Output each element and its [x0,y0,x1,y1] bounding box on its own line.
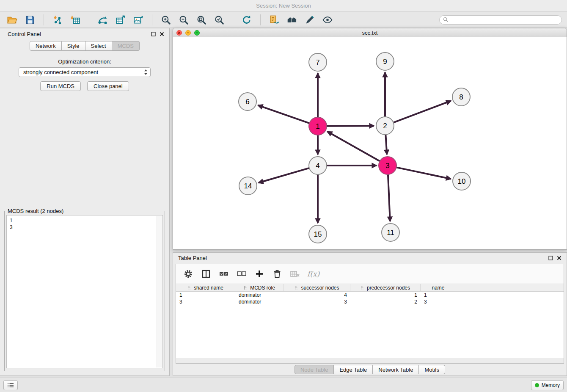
float-panel-icon[interactable] [151,32,156,36]
annotation-button[interactable] [303,14,317,26]
graph-edge[interactable] [388,174,390,221]
zoom-out-button[interactable] [176,14,191,26]
svg-text:2: 2 [383,122,387,130]
graph-node[interactable]: 6 [239,93,256,110]
graph-node[interactable]: 8 [452,88,470,106]
delete-rows-button[interactable] [272,268,283,279]
close-window-button[interactable] [176,30,182,36]
graph-edge[interactable] [259,168,310,183]
column-header-predecessor-nodes[interactable]: predecessor nodes [350,284,421,291]
mcds-result-list[interactable]: 1 3 [6,215,163,368]
main-toolbar [0,12,567,28]
show-columns-button[interactable] [201,268,212,279]
graph-node[interactable]: 10 [453,172,471,190]
graph-edge[interactable] [326,126,374,126]
show-hide-graphics-button[interactable] [320,14,335,26]
table-cell[interactable]: 2 [350,299,421,305]
search-field[interactable] [439,15,562,25]
deselect-all-rows-button[interactable] [236,268,247,279]
zoom-in-button[interactable] [159,14,173,26]
graph-edge[interactable] [396,167,451,179]
graph-edge[interactable] [328,132,380,161]
table-cell[interactable]: dominator [235,299,284,305]
table-cell[interactable]: 1 [176,292,235,298]
column-header-shared-name[interactable]: shared name [176,284,235,291]
close-panel-icon[interactable] [557,256,561,260]
column-header-name[interactable]: name [421,284,456,291]
minimize-window-button[interactable] [185,30,191,36]
zoom-selected-button[interactable] [212,14,226,26]
table-cell[interactable]: 3 [421,299,456,305]
export-image-button[interactable] [131,14,146,26]
home-button[interactable] [285,14,299,26]
graph-node[interactable]: 2 [376,117,394,135]
open-session-button[interactable] [5,14,19,26]
tab-motifs[interactable]: Motifs [419,365,445,374]
table-toolbar: f(x) [176,264,564,284]
table-panel: Table Panel [173,252,567,376]
graph-node[interactable]: 15 [309,225,327,243]
apply-layout-button[interactable] [239,14,254,26]
graph-node[interactable]: 9 [376,52,394,70]
save-session-button[interactable] [23,14,37,26]
table-cell[interactable]: 4 [284,292,350,298]
zoom-fit-button[interactable] [194,14,209,26]
create-network-from-selection-button[interactable] [267,14,281,26]
graph-edge[interactable] [258,105,310,124]
table-settings-button[interactable] [183,268,194,279]
criterion-dropdown[interactable]: strongly connected component [19,67,151,77]
export-network-button[interactable] [96,14,110,26]
tab-style[interactable]: Style [62,41,85,51]
close-panel-icon[interactable] [160,32,164,36]
tab-network-table[interactable]: Network Table [373,365,419,374]
tab-select[interactable]: Select [85,41,112,51]
table-cell[interactable]: 3 [284,299,350,305]
network-view-window: scc.txt 7968124314101511 [173,28,567,250]
tab-node-table[interactable]: Node Table [295,365,334,374]
export-table-button[interactable] [113,14,128,26]
toggle-panels-button[interactable] [3,380,18,390]
close-panel-button[interactable]: Close panel [87,81,129,91]
graph-node[interactable]: 4 [309,157,327,174]
table-cell[interactable]: dominator [235,292,284,298]
svg-text:10: 10 [458,177,466,185]
refresh-icon [241,14,252,25]
column-header-mcds-role[interactable]: MCDS role [235,284,284,291]
table-panel-tabs: Node Table Edge Table Network Table Moti… [173,365,567,374]
graph-node[interactable]: 11 [382,224,399,241]
graph-edge[interactable] [393,101,451,123]
export-table-icon [115,14,126,25]
table-cell[interactable]: 3 [176,299,235,305]
graph-node[interactable]: 3 [379,157,396,174]
import-network-button[interactable] [50,14,65,26]
tab-network[interactable]: Network [30,41,62,51]
columns-icon [201,269,211,279]
plus-icon [195,31,198,34]
graph-node[interactable]: 14 [239,177,257,195]
delete-columns-button[interactable] [289,268,300,279]
graph-node[interactable]: 1 [309,117,327,135]
search-input[interactable] [451,17,558,23]
function-builder-button[interactable]: f(x) [307,270,319,278]
run-mcds-button[interactable]: Run MCDS [40,81,81,91]
select-all-rows-button[interactable] [218,268,229,279]
svg-text:15: 15 [314,230,322,238]
float-panel-icon[interactable] [548,256,553,260]
table-cell[interactable]: 1 [421,292,456,298]
table-cell[interactable]: 1 [350,292,421,298]
tab-mcds[interactable]: MCDS [112,41,140,51]
result-scrollbar[interactable] [157,216,162,367]
create-column-button[interactable] [254,268,265,279]
memory-button[interactable]: Memory [531,380,564,390]
zoom-out-icon [178,14,189,25]
network-graph[interactable]: 7968124314101511 [173,37,567,249]
zoom-window-button[interactable] [194,30,200,36]
tab-edge-table[interactable]: Edge Table [334,365,373,374]
table-row[interactable]: 3 dominator 3 2 3 [176,298,564,305]
import-table-button[interactable] [68,14,83,26]
table-row[interactable]: 1 dominator 4 1 1 [176,292,564,298]
graph-node[interactable]: 7 [309,53,327,71]
column-header-successor-nodes[interactable]: successor nodes [284,284,350,291]
table-horizontal-scrollbar[interactable] [176,358,564,363]
graph-edge[interactable] [385,134,387,155]
